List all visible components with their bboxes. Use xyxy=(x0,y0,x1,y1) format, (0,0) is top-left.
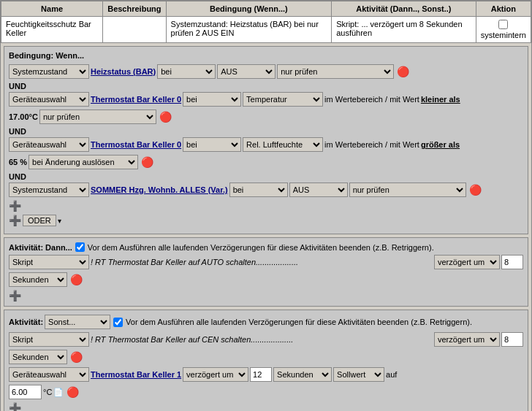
bedingung-section: Bedingung: Wenn... Systemzustand Heizsta… xyxy=(4,46,528,234)
dropdown-geraeteauswahl-sonst[interactable]: Geräteauswahl xyxy=(9,367,89,382)
file-icon-sonst[interactable]: 📄 xyxy=(53,388,64,397)
remove-icon-sonst-1[interactable]: 🔴 xyxy=(70,351,83,363)
dropdown-skript-dann[interactable]: Skript xyxy=(9,255,89,269)
wertebereich-text-3: im Wertebereich / mit Wert xyxy=(324,140,419,149)
dropdown-sekunden-sonst-3[interactable]: Sekunden xyxy=(273,367,332,382)
delay-input-sonst[interactable] xyxy=(501,332,523,347)
remove-icon-3[interactable]: 🔴 xyxy=(141,156,153,168)
col-name: Name xyxy=(1,1,103,17)
dropdown-nurpruefen-2[interactable]: nur prüfen xyxy=(39,110,156,124)
remove-icon-1[interactable]: 🔴 xyxy=(397,66,409,77)
dropdown-verzoegert-sonst-3[interactable]: verzögert um xyxy=(183,367,248,382)
col-aktion: Aktion xyxy=(476,1,531,17)
col-aktivitaet: Aktivität (Dann.., Sonst..) xyxy=(332,1,476,17)
sommer-hzg-link-4[interactable]: SOMMER Hzg. Wohnb. ALLES (Var.) xyxy=(91,185,228,194)
row-aktivitaet: Skript: ... verzögert um 8 Sekunden ausf… xyxy=(332,17,476,43)
heizstatus-link[interactable]: Heizstatus (BAR) xyxy=(91,67,156,76)
skript-text-sonst: ! RT Thermostat Bar Keller auf CEN schal… xyxy=(91,335,433,344)
remove-icon-sonst-4[interactable]: 🔴 xyxy=(66,386,79,398)
delay-input-sonst-3[interactable] xyxy=(250,367,272,382)
dropdown-aus-1[interactable]: AUS xyxy=(217,64,276,79)
dropdown-bei-4[interactable]: bei xyxy=(229,183,288,197)
add-icon-dann[interactable]: ➕ xyxy=(9,290,21,301)
row-aktion: systemintern xyxy=(476,17,531,43)
bedingung-title: Bedingung: Wenn... xyxy=(9,51,523,60)
systemintern-label: systemintern xyxy=(481,31,526,39)
condition-row-4b: ➕ xyxy=(9,200,523,212)
dropdown-bei-aenderung-3[interactable]: bei Änderung auslösen xyxy=(28,155,138,169)
sonst-row-2: Sekunden 🔴 xyxy=(9,350,523,364)
thermostat-keller0-link-2[interactable]: Thermostat Bar Keller 0 xyxy=(91,95,181,104)
aktivitaet-sonst-section: Aktivität: Sonst... Vor dem Ausführen al… xyxy=(4,310,528,411)
kleiner-als-2: kleiner als xyxy=(421,95,460,104)
dropdown-sollwert-sonst[interactable]: Sollwert xyxy=(333,367,384,382)
remove-icon-4[interactable]: 🔴 xyxy=(469,184,482,196)
main-container: Name Beschreibung Bedingung (Wenn...) Ak… xyxy=(0,0,532,411)
row-bedingung: Systemzustand: Heizstatus (BAR) bei nur … xyxy=(166,17,332,43)
add-oder-icon[interactable]: ➕ xyxy=(9,215,21,226)
dropdown-verzoegert-sonst[interactable]: verzögert um xyxy=(434,332,500,347)
systemintern-checkbox[interactable] xyxy=(498,20,508,29)
row-beschreibung xyxy=(103,17,166,43)
wertebereich-text-2: im Wertebereich / mit Wert xyxy=(324,95,419,104)
oder-chevron[interactable]: ▾ xyxy=(58,217,61,225)
row-name: Feuchtigkeitsschutz Bar Keller xyxy=(1,17,103,43)
header-table: Name Beschreibung Bedingung (Wenn...) Ak… xyxy=(1,1,531,43)
skript-text-dann: ! RT Thermostat Bar Keller auf AUTO scha… xyxy=(91,258,433,266)
aktivitaet-dann-section: Aktivität: Dann... Vor dem Ausführen all… xyxy=(4,237,528,307)
dropdown-geraeteauswahl-3[interactable]: Geräteauswahl xyxy=(9,137,89,152)
dropdown-rel-luftfeuchte-3[interactable]: Rel. Luftfeuchte xyxy=(243,137,323,152)
grad-label: °C xyxy=(43,388,52,396)
dropdown-nurpruefen-1[interactable]: nur prüfen xyxy=(277,64,394,79)
remove-icon-dann[interactable]: 🔴 xyxy=(70,274,83,285)
dann-checkbox-label: Vor dem Ausführen alle laufenden Verzöge… xyxy=(88,243,434,252)
dann-checkbox[interactable] xyxy=(75,242,85,252)
sonst-checkbox[interactable] xyxy=(113,318,123,327)
dropdown-sonst[interactable]: Sonst... xyxy=(45,315,110,329)
und-label-2: UND xyxy=(9,127,523,136)
condition-row-3: Geräteauswahl Thermostat Bar Keller 0 be… xyxy=(9,137,523,152)
dann-row-2: Sekunden 🔴 xyxy=(9,272,523,287)
dropdown-systemzustand-1[interactable]: Systemzustand xyxy=(9,64,89,79)
delay-input-dann[interactable] xyxy=(501,255,523,269)
dropdown-systemzustand-4[interactable]: Systemzustand xyxy=(9,183,89,197)
dropdown-sekunden-sonst[interactable]: Sekunden xyxy=(9,350,67,364)
add-icon-sonst[interactable]: ➕ xyxy=(9,402,21,411)
condition-row-2b: 17.00°C nur prüfen 🔴 xyxy=(9,110,523,124)
condition-row-2: Geräteauswahl Thermostat Bar Keller 0 be… xyxy=(9,92,523,107)
sonst-checkbox-label: Vor dem Ausführen alle laufenden Verzöge… xyxy=(126,318,472,326)
dropdown-bei-2[interactable]: bei xyxy=(183,92,241,107)
thermostat-keller0-link-3[interactable]: Thermostat Bar Keller 0 xyxy=(91,140,181,149)
dropdown-verzoegert-dann[interactable]: verzögert um xyxy=(434,255,500,269)
condition-row-4: Systemzustand SOMMER Hzg. Wohnb. ALLES (… xyxy=(9,183,523,197)
oder-row: ➕ ODER ▾ xyxy=(9,215,523,226)
dropdown-nurpruefen-4[interactable]: nur prüfen xyxy=(349,183,466,197)
condition-row-1: Systemzustand Heizstatus (BAR) bei AUS n… xyxy=(9,64,523,79)
dropdown-sekunden-dann[interactable]: Sekunden xyxy=(9,272,67,287)
dann-title: Aktivität: Dann... xyxy=(9,243,72,252)
dropdown-bei-1[interactable]: bei xyxy=(157,64,216,79)
humidity-value-3: 65 % xyxy=(9,158,27,166)
sonst-row-3: Geräteauswahl Thermostat Bar Keller 1 ve… xyxy=(9,367,523,382)
und-label-3: UND xyxy=(9,172,523,181)
dropdown-bei-3[interactable]: bei xyxy=(183,137,241,152)
temp-input-sonst[interactable] xyxy=(9,385,42,399)
remove-icon-2[interactable]: 🔴 xyxy=(159,111,172,123)
auf-label-sonst: auf xyxy=(386,370,397,379)
thermostat-keller1-link[interactable]: Thermostat Bar Keller 1 xyxy=(91,370,181,379)
dropdown-geraeteauswahl-2[interactable]: Geräteauswahl xyxy=(9,92,89,107)
groesser-als-3: größer als xyxy=(421,140,460,149)
oder-button[interactable]: ODER xyxy=(23,215,56,226)
dann-add-row: ➕ xyxy=(9,290,523,301)
dropdown-temperatur-2[interactable]: Temperatur xyxy=(243,92,323,107)
sonst-row-1: Skript ! RT Thermostat Bar Keller auf CE… xyxy=(9,332,523,347)
add-icon-4[interactable]: ➕ xyxy=(9,200,21,212)
dropdown-aus-4[interactable]: AUS xyxy=(289,183,348,197)
dropdown-skript-sonst[interactable]: Skript xyxy=(9,332,89,347)
sonst-title: Aktivität: xyxy=(9,318,43,326)
sonst-row-4: °C 📄 🔴 xyxy=(9,385,523,399)
temp-value-2: 17.00°C xyxy=(9,112,38,121)
col-beschreibung: Beschreibung xyxy=(103,1,166,17)
sonst-add-row: ➕ xyxy=(9,402,523,411)
dann-title-row: Aktivität: Dann... Vor dem Ausführen all… xyxy=(9,242,523,252)
